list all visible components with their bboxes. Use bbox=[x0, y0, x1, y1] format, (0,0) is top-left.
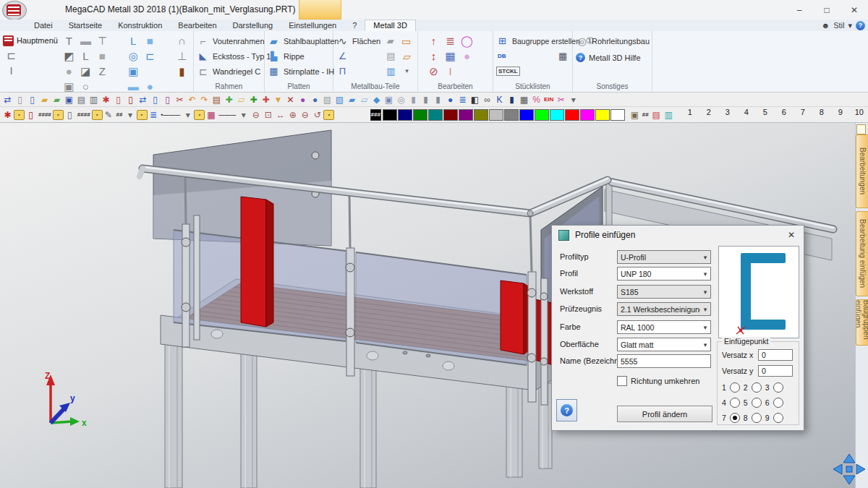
panel-note-icon[interactable] bbox=[856, 124, 866, 134]
flaechen-label[interactable]: Flächen bbox=[352, 37, 380, 46]
voutenrahmen-item[interactable]: ⌐ Voutenrahmen bbox=[197, 33, 265, 48]
round-solid-icon[interactable]: ● bbox=[61, 64, 77, 79]
pruefzeugnis-select[interactable]: 2.1 Werksbescheinigung ▾ bbox=[617, 302, 711, 316]
palette-header[interactable]: ### bbox=[370, 109, 381, 121]
color-list-icon[interactable]: ▤ bbox=[650, 108, 663, 121]
tab-help[interactable]: ? bbox=[344, 20, 365, 31]
new-window-icon[interactable]: ▯ bbox=[26, 93, 38, 106]
color-swatch-yellow[interactable] bbox=[595, 109, 610, 121]
dialog-close-icon[interactable]: ✕ bbox=[785, 229, 798, 241]
profil-bearbeiten-icon[interactable]: Ι bbox=[442, 64, 459, 79]
sync-views-icon[interactable]: ⇄ bbox=[1, 93, 14, 106]
layer-mask-icon[interactable]: #### bbox=[76, 108, 92, 121]
profil-select[interactable]: UNP 180 ▾ bbox=[617, 267, 711, 281]
tab-startseite[interactable]: Startseite bbox=[61, 20, 110, 31]
side-tab-bearbeitung-einfuegen[interactable]: Bearbeitung einfügen bbox=[856, 211, 868, 296]
megacad-logo-icon[interactable] bbox=[2, 1, 27, 20]
ausklinken-icon[interactable]: ≣ bbox=[442, 33, 459, 48]
z-profile-icon[interactable]: Z bbox=[94, 64, 111, 79]
zoom-window-icon[interactable]: ⊡ bbox=[262, 108, 274, 121]
ucs-icon[interactable]: ✚ bbox=[223, 93, 235, 106]
solid-box-icon[interactable]: ◩ bbox=[61, 48, 77, 64]
frame-open-icon[interactable]: ▱ bbox=[401, 50, 413, 62]
swap-doc-icon[interactable]: ⇄ bbox=[137, 93, 149, 106]
quick-number[interactable]: 4 bbox=[737, 108, 756, 121]
color-swatch-magenta[interactable] bbox=[580, 109, 595, 121]
color-swatch-gray[interactable] bbox=[504, 109, 519, 121]
save-icon[interactable]: ▣ bbox=[63, 93, 75, 106]
maximize-button[interactable]: □ bbox=[813, 0, 841, 20]
layers-icon[interactable]: ≣ bbox=[148, 108, 160, 121]
axis-icon[interactable]: ✚ bbox=[247, 93, 260, 106]
render-icon[interactable]: ▣ bbox=[383, 93, 395, 106]
quick-number[interactable]: 6 bbox=[775, 108, 793, 121]
quick-number[interactable]: 7 bbox=[793, 108, 812, 121]
tab-datei[interactable]: Datei bbox=[26, 20, 61, 31]
lock-icon[interactable]: • bbox=[323, 110, 334, 120]
slot-part-icon[interactable]: ▰ bbox=[384, 35, 396, 47]
color-swatch-navy[interactable] bbox=[398, 109, 412, 121]
u-steel-icon[interactable]: ⊏ bbox=[142, 48, 158, 64]
insert-point-radio-2[interactable] bbox=[752, 382, 762, 393]
lock-icon[interactable]: • bbox=[137, 110, 148, 120]
slab2-icon[interactable]: ▱ bbox=[358, 93, 370, 106]
ein-icon[interactable]: EIN bbox=[542, 93, 555, 106]
profiltyp-select[interactable]: U-Profil ▾ bbox=[617, 250, 711, 264]
quick-number[interactable]: 8 bbox=[812, 108, 831, 121]
stairs-icon[interactable]: ∠ bbox=[336, 50, 349, 62]
l-steel-icon[interactable]: L bbox=[125, 33, 142, 48]
chevron-down-icon[interactable]: ▾ bbox=[401, 65, 413, 77]
square-tube-icon[interactable]: ▣ bbox=[61, 79, 77, 94]
metall3d-hilfe-item[interactable]: ? Metall 3D Hilfe bbox=[576, 50, 641, 65]
frame-part-icon[interactable]: ▭ bbox=[400, 35, 412, 47]
chevron-down-icon[interactable]: ▾ bbox=[848, 21, 852, 30]
insert-point-radio-6[interactable] bbox=[773, 398, 783, 408]
plot-icon[interactable]: ✱ bbox=[100, 93, 112, 106]
tree-icon[interactable]: ≣ bbox=[456, 93, 469, 106]
lock-icon[interactable]: • bbox=[194, 110, 205, 120]
redraw-icon[interactable]: ✱ bbox=[1, 108, 14, 121]
shade-icon[interactable]: ● bbox=[444, 93, 456, 106]
doc-x-icon[interactable]: ▯ bbox=[161, 93, 174, 106]
color-swatch-red[interactable] bbox=[565, 109, 579, 121]
page-red-icon[interactable]: ▯ bbox=[112, 93, 124, 106]
open-icon[interactable]: ▰ bbox=[38, 93, 51, 106]
torus-icon[interactable]: ◯ bbox=[459, 33, 475, 48]
rohrleitungsbau-item[interactable]: ◎ Rohrleitungsbau bbox=[576, 33, 650, 48]
linestyle-sample-icon[interactable]: ——— bbox=[217, 108, 237, 121]
oberflaeche-select[interactable]: Glatt matt ▾ bbox=[617, 338, 711, 351]
zoom-minus-icon[interactable]: ⊖ bbox=[299, 108, 311, 121]
insert-point-radio-5[interactable] bbox=[752, 398, 762, 408]
close-button[interactable]: ✕ bbox=[841, 0, 868, 20]
anpassen-icon[interactable]: ↕ bbox=[425, 48, 442, 64]
print-preview-icon[interactable]: ▥ bbox=[88, 93, 100, 106]
verlaengern-icon[interactable]: ↑ bbox=[425, 33, 442, 48]
liste-druck-icon[interactable]: ▦ bbox=[557, 50, 569, 62]
globe-icon[interactable]: ● bbox=[309, 93, 321, 106]
flat-steel-icon[interactable]: ▬ bbox=[125, 79, 142, 94]
t-flange-icon[interactable]: ⊤ bbox=[94, 33, 111, 48]
insert-point-radio-8[interactable] bbox=[752, 413, 762, 423]
color-swatch-blue[interactable] bbox=[519, 109, 534, 121]
tab-metall3d[interactable]: Metall 3D bbox=[365, 20, 415, 31]
color-swatch-black[interactable] bbox=[383, 109, 397, 121]
zoom-in-icon[interactable]: ⊕ bbox=[286, 108, 299, 121]
schnitt-icon[interactable]: ⊘ bbox=[425, 64, 442, 79]
chevron-down-icon[interactable]: ▾ bbox=[237, 108, 250, 121]
chevron-down-icon[interactable]: ▾ bbox=[182, 108, 194, 121]
color-swatch-purple[interactable] bbox=[459, 109, 473, 121]
tab-darstellung[interactable]: Darstellung bbox=[225, 20, 281, 31]
tab-bearbeiten[interactable]: Bearbeiten bbox=[170, 20, 224, 31]
stahlbauplatten-item[interactable]: ▰ Stahlbauplatten bbox=[268, 33, 339, 48]
name-input[interactable]: 5555 bbox=[617, 354, 711, 368]
zoom-out-icon[interactable]: ⊖ bbox=[250, 108, 262, 121]
group-mask-icon[interactable]: #### bbox=[37, 108, 53, 121]
richtung-umkehren-checkbox-row[interactable]: Richtung umkehren bbox=[617, 376, 699, 386]
rail-profile-icon[interactable]: ⊥ bbox=[174, 48, 190, 64]
split-window-icon[interactable]: ◧ bbox=[469, 93, 481, 106]
page-plain-icon[interactable]: ▯ bbox=[64, 108, 76, 121]
color-swatch-white[interactable] bbox=[610, 109, 625, 121]
pan-compass-icon[interactable] bbox=[832, 453, 867, 486]
cylinder3-icon[interactable]: ▮ bbox=[432, 93, 444, 106]
overflow-icon[interactable]: ▾ bbox=[567, 93, 579, 106]
